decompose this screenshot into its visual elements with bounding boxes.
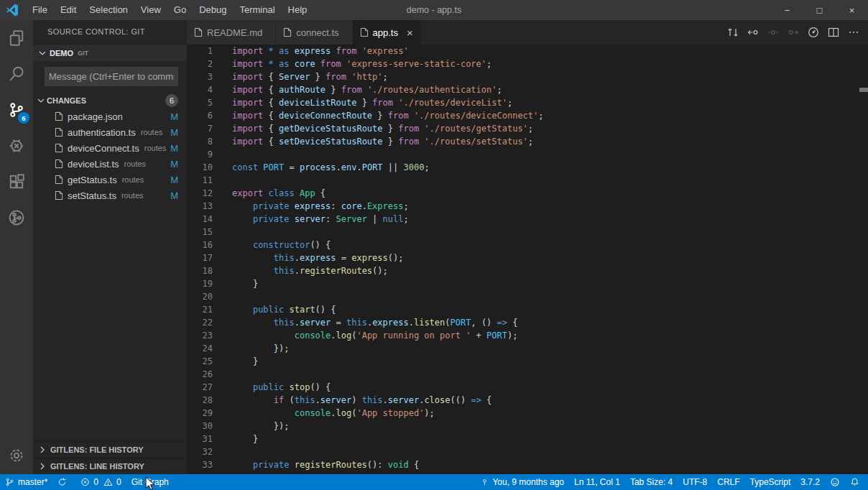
code-line-33[interactable]: 33 private registerRoutes(): void { — [187, 458, 868, 471]
code-line-12[interactable]: 12export class App { — [187, 187, 868, 200]
chevron-down-icon — [37, 47, 48, 59]
changed-file-package.json[interactable]: package.jsonM — [33, 108, 187, 124]
indentation-indicator[interactable]: Tab Size: 4 — [625, 474, 678, 490]
sidebar-item-explorer[interactable] — [0, 20, 33, 56]
more-actions-button[interactable] — [844, 20, 864, 45]
compare-changes-button[interactable] — [723, 20, 743, 45]
menu-view[interactable]: View — [134, 0, 167, 20]
code-line-13[interactable]: 13 private express: core.Express; — [187, 200, 868, 213]
changed-file-getStatus.ts[interactable]: getStatus.tsroutesM — [33, 172, 187, 188]
section-gitlens-file-history[interactable]: GITLENS: FILE HISTORY — [33, 441, 187, 458]
code-line-6[interactable]: 6import { deviceConnectRoute } from './r… — [187, 109, 868, 122]
code-line-22[interactable]: 22 this.server = this.express.listen(POR… — [187, 316, 868, 329]
changes-section-header[interactable]: CHANGES 6 — [33, 92, 187, 108]
code-line-20[interactable]: 20 — [187, 290, 868, 303]
code-line-14[interactable]: 14 private server: Server | null; — [187, 213, 868, 226]
sidebar-item-extensions[interactable] — [0, 164, 33, 200]
commit-message-input[interactable] — [45, 67, 178, 86]
code-line-8[interactable]: 8import { setDeviceStatusRoute } from '.… — [187, 135, 868, 148]
maximize-button[interactable]: □ — [803, 0, 836, 20]
code-line-7[interactable]: 7import { getDeviceStatusRoute } from '.… — [187, 122, 868, 135]
modified-badge: M — [170, 159, 178, 170]
line-number: 3 — [187, 70, 213, 83]
git-graph-button[interactable]: Git Graph — [126, 474, 174, 490]
menu-file[interactable]: File — [26, 0, 54, 20]
tab-README.md[interactable]: README.md — [187, 20, 276, 45]
changes-count-badge: 6 — [165, 94, 178, 107]
problems-indicator[interactable]: 0 0 — [75, 474, 126, 490]
code-line-19[interactable]: 19 } — [187, 277, 868, 290]
code-line-10[interactable]: 10const PORT = process.env.PORT || 3000; — [187, 161, 868, 174]
close-button[interactable]: × — [836, 0, 868, 20]
file-icon — [55, 190, 63, 200]
code-line-16[interactable]: 16 constructor() { — [187, 239, 868, 251]
sync-button[interactable] — [52, 474, 75, 490]
code-line-30[interactable]: 30 }); — [187, 420, 868, 433]
sidebar-item-search[interactable] — [0, 56, 33, 92]
code-line-24[interactable]: 24 }); — [187, 342, 868, 355]
file-icon — [283, 27, 292, 37]
branch-indicator[interactable]: master* — [0, 474, 52, 490]
previous-change-button[interactable] — [743, 20, 763, 45]
line-number: 28 — [187, 394, 213, 407]
code-line-31[interactable]: 31 } — [187, 433, 868, 445]
sidebar-item-git-graph[interactable] — [0, 200, 33, 236]
code-line-2[interactable]: 2import * as core from 'express-serve-st… — [187, 57, 868, 70]
code-line-27[interactable]: 27 public stop() { — [187, 381, 868, 394]
commit-icon — [481, 477, 489, 487]
code-line-21[interactable]: 21 public start() { — [187, 303, 868, 316]
code-line-17[interactable]: 17 this.express = express(); — [187, 251, 868, 264]
code-line-29[interactable]: 29 console.log('App stopped'); — [187, 407, 868, 420]
gitlens-button[interactable] — [803, 20, 823, 45]
changed-file-deviceList.ts[interactable]: deviceList.tsroutesM — [33, 156, 187, 172]
code-line-25[interactable]: 25 } — [187, 355, 868, 368]
section-gitlens-line-history[interactable]: GITLENS: LINE HISTORY — [33, 458, 187, 474]
menu-go[interactable]: Go — [167, 0, 193, 20]
tab-connect.ts[interactable]: connect.ts — [276, 20, 352, 45]
feedback-button[interactable] — [825, 474, 845, 490]
encoding-indicator[interactable]: UTF-8 — [678, 474, 712, 490]
line-number: 15 — [187, 226, 213, 239]
code-line-3[interactable]: 3import { Server } from 'http'; — [187, 70, 868, 83]
code-line-4[interactable]: 4import { authRoute } from './routes/aut… — [187, 83, 868, 96]
cursor-position[interactable]: Ln 11, Col 1 — [569, 474, 625, 490]
menu-edit[interactable]: Edit — [54, 0, 83, 20]
sidebar-item-source-control[interactable]: 6 — [0, 92, 33, 128]
code-line-23[interactable]: 23 console.log('App running on port ' + … — [187, 329, 868, 342]
changed-file-authentication.ts[interactable]: authentication.tsroutesM — [33, 124, 187, 140]
next-change-button[interactable] — [783, 20, 803, 45]
split-editor-button[interactable] — [823, 20, 844, 45]
close-tab-icon[interactable]: × — [407, 27, 413, 38]
typescript-version[interactable]: 3.7.2 — [795, 474, 825, 490]
menu-terminal[interactable]: Terminal — [233, 0, 281, 20]
current-change-button[interactable] — [763, 20, 783, 45]
language-indicator[interactable]: TypeScript — [745, 474, 796, 490]
code-line-18[interactable]: 18 this.registerRoutes(); — [187, 264, 868, 277]
code-line-11[interactable]: 11 — [187, 174, 868, 187]
changed-file-setStatus.ts[interactable]: setStatus.tsroutesM — [33, 188, 187, 203]
code-line-32[interactable]: 32 — [187, 445, 868, 458]
blame-annotation[interactable]: You, 9 months ago — [476, 474, 569, 490]
manage-button[interactable] — [0, 440, 33, 471]
code-line-28[interactable]: 28 if (this.server) this.server.close(()… — [187, 394, 868, 407]
code-line-15[interactable]: 15 — [187, 226, 868, 239]
tab-app.ts[interactable]: app.ts× — [353, 20, 421, 45]
extensions-icon — [8, 173, 25, 190]
scrollbar-thumb[interactable] — [859, 88, 868, 92]
code-line-26[interactable]: 26 — [187, 368, 868, 381]
code-line-1[interactable]: 1import * as express from 'express' — [187, 45, 868, 57]
repo-section-header[interactable]: DEMO GIT — [33, 44, 187, 61]
code-editor[interactable]: 1import * as express from 'express'2impo… — [187, 45, 868, 474]
notifications-button[interactable] — [845, 474, 868, 490]
code-line-9[interactable]: 9 — [187, 148, 868, 161]
line-number: 9 — [187, 148, 213, 161]
changed-file-deviceConnect.ts[interactable]: deviceConnect.tsroutesM — [33, 140, 187, 156]
menu-debug[interactable]: Debug — [193, 0, 233, 20]
sidebar-item-debug[interactable] — [0, 128, 33, 164]
file-icon — [55, 143, 63, 153]
code-line-5[interactable]: 5import { deviceListRoute } from './rout… — [187, 96, 868, 109]
menu-selection[interactable]: Selection — [83, 0, 134, 20]
eol-indicator[interactable]: CRLF — [712, 474, 744, 490]
minimize-button[interactable]: − — [771, 0, 803, 20]
menu-help[interactable]: Help — [282, 0, 314, 20]
